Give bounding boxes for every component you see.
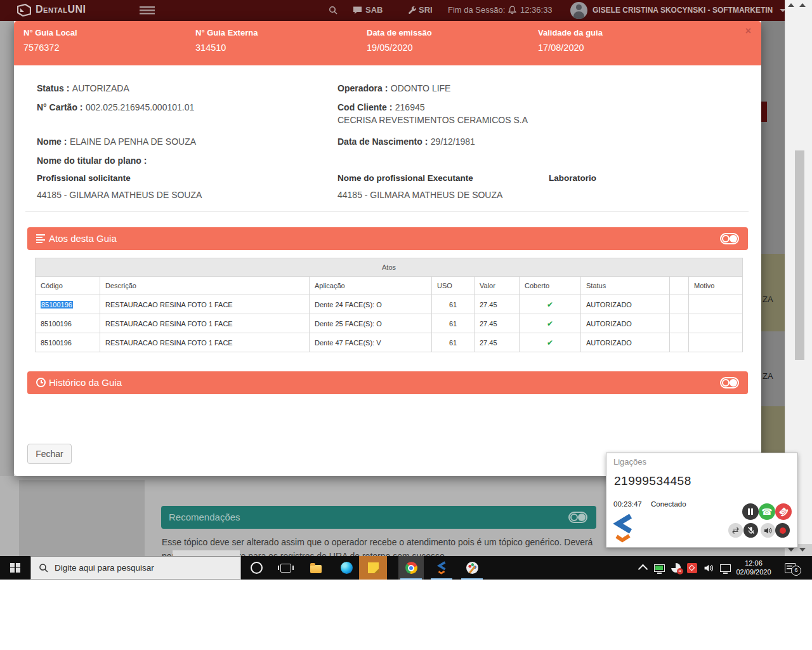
dimmed-olive-block-1: ZA bbox=[761, 254, 785, 331]
menu-sri[interactable]: SRI bbox=[419, 5, 433, 15]
atos-section-bar[interactable]: Atos desta Guia bbox=[27, 227, 748, 250]
nome-line: Nome : ELAINE DA PENHA DE SOUZA bbox=[37, 136, 196, 147]
record-icon bbox=[780, 527, 786, 534]
table-row[interactable]: 85100196 RESTAURACAO RESINA FOTO 1 FACE … bbox=[36, 295, 743, 314]
cod-cliente-line: Cod Cliente : 216945 bbox=[337, 102, 425, 113]
executante-value: 44185 - GILMARA MATHEUS DE SOUZA bbox=[337, 189, 502, 201]
chevron-up-icon bbox=[638, 564, 648, 574]
search-icon[interactable] bbox=[329, 6, 337, 15]
paint-button[interactable] bbox=[459, 556, 485, 580]
red-diamond-icon bbox=[687, 563, 697, 573]
task-view-icon bbox=[280, 564, 291, 573]
clock-date[interactable]: 02/09/2020 bbox=[731, 568, 776, 576]
pie-chart-icon: × bbox=[671, 563, 681, 573]
titular-label: Nome do titular do plano : bbox=[37, 156, 147, 166]
scroll-down-arrow-2[interactable] bbox=[799, 548, 806, 552]
close-icon[interactable]: × bbox=[745, 25, 751, 37]
mic-muted-icon bbox=[747, 526, 755, 534]
cartao-label: N° Cartão : bbox=[37, 102, 83, 112]
uso-cell: 61 bbox=[432, 314, 475, 333]
scroll-down-arrow-1[interactable] bbox=[788, 548, 794, 552]
codigo-cell[interactable]: 85100196 bbox=[36, 314, 100, 333]
solicitante-text: 44185 - GILMARA MATHEUS DE SOUZA bbox=[37, 190, 202, 200]
nascimento-value: 29/12/1981 bbox=[431, 136, 475, 147]
mute-mic-button[interactable] bbox=[743, 523, 758, 538]
col-blank bbox=[670, 277, 689, 295]
pause-icon bbox=[748, 508, 753, 515]
scroll-up-arrow-2[interactable] bbox=[799, 3, 806, 7]
coberto-check-icon: ✔ bbox=[520, 333, 581, 352]
recomendacoes-title: Recomendações bbox=[169, 512, 240, 522]
operadora-value: ODONTO LIFE bbox=[391, 83, 451, 93]
transfer-call-button[interactable] bbox=[728, 523, 743, 538]
guia-modal-header: N° Guia Local 7576372 N° Guia Externa 31… bbox=[14, 21, 761, 65]
group-header-atos: Atos bbox=[36, 258, 743, 277]
cortana-icon bbox=[251, 562, 263, 574]
file-explorer-button[interactable] bbox=[303, 556, 329, 580]
tray-app-button[interactable] bbox=[684, 556, 700, 580]
guia-detail-modal: N° Guia Local 7576372 N° Guia Externa 31… bbox=[14, 21, 761, 476]
cortana-button[interactable] bbox=[244, 556, 269, 580]
notification-count-badge: 6 bbox=[791, 566, 801, 576]
tray-pie-button[interactable]: × bbox=[667, 556, 684, 580]
bell-icon[interactable] bbox=[508, 5, 516, 15]
hold-call-button[interactable] bbox=[742, 503, 759, 520]
hamburger-menu-icon[interactable] bbox=[140, 6, 155, 15]
scroll-up-arrow-1[interactable] bbox=[788, 3, 794, 7]
codigo-selected[interactable]: 85100196 bbox=[41, 301, 73, 308]
user-avatar[interactable] bbox=[570, 2, 587, 19]
app-topbar: DentalUNI SAB SRI Fim da Sessão: 12:36:3… bbox=[0, 0, 785, 21]
wrench-icon bbox=[408, 6, 417, 15]
atos-section-title: Atos desta Guia bbox=[49, 233, 117, 244]
tray-expand-button[interactable] bbox=[634, 556, 651, 580]
atos-toggle-icon[interactable] bbox=[720, 233, 739, 244]
notification-center-button[interactable]: 6 bbox=[779, 556, 802, 580]
fechar-button[interactable]: Fechar bbox=[27, 444, 72, 464]
speaker-icon bbox=[704, 564, 714, 573]
scrollbar-thumb[interactable] bbox=[795, 150, 804, 360]
ligacoes-title: Ligações bbox=[613, 457, 646, 467]
recomendacoes-toggle-icon bbox=[568, 512, 587, 523]
col-coberto: Coberto bbox=[520, 277, 581, 295]
codigo-cell[interactable]: 85100196 bbox=[36, 333, 100, 352]
cutoff-text-za-1: ZA bbox=[763, 295, 773, 304]
search-input[interactable] bbox=[53, 562, 214, 573]
valor-cell: 27.45 bbox=[475, 314, 520, 333]
motivo-cell bbox=[689, 295, 743, 314]
sticky-notes-button[interactable] bbox=[359, 556, 387, 580]
chrome-icon bbox=[405, 562, 417, 574]
start-button[interactable] bbox=[0, 556, 30, 580]
tray-display-button[interactable] bbox=[651, 556, 667, 580]
aplicacao-cell: Dente 25 FACE(S): O bbox=[310, 314, 432, 333]
status-cell: AUTORIZADO bbox=[581, 333, 670, 352]
col-aplicacao: Aplicação bbox=[310, 277, 432, 295]
historico-toggle-icon[interactable] bbox=[720, 377, 739, 388]
recomendacoes-text-line1: Esse tópico deve ser alterado assim que … bbox=[162, 537, 593, 547]
answer-call-button[interactable]: ☎ bbox=[759, 503, 775, 520]
nome-value: ELAINE DA PENHA DE SOUZA bbox=[70, 136, 196, 147]
softphone-button[interactable] bbox=[429, 556, 454, 580]
aplicacao-cell: Dente 47 FACE(S): V bbox=[310, 333, 432, 352]
taskbar-search[interactable] bbox=[30, 556, 241, 580]
task-view-button[interactable] bbox=[273, 556, 298, 580]
cod-cliente-value: 216945 bbox=[395, 102, 425, 112]
motivo-cell bbox=[689, 333, 743, 352]
historico-section-bar[interactable]: Histórico da Guia bbox=[27, 371, 748, 394]
edge-button[interactable] bbox=[334, 556, 359, 580]
table-row[interactable]: 85100196 RESTAURACAO RESINA FOTO 1 FACE … bbox=[36, 314, 743, 333]
uso-cell: 61 bbox=[432, 295, 475, 314]
chrome-button[interactable] bbox=[398, 556, 424, 580]
clock-time[interactable]: 12:06 bbox=[735, 559, 773, 567]
solicitante-value: 44185 - GILMARA MATHEUS DE SOUZA bbox=[37, 189, 202, 201]
speaker-button[interactable] bbox=[761, 523, 775, 538]
col-uso: USO bbox=[432, 277, 475, 295]
executante-label: Nome do profissional Executante bbox=[337, 173, 473, 183]
user-menu[interactable]: GISELE CRISTINA SKOCYNSKI - SOFTMARKETIN bbox=[593, 6, 773, 15]
status-value: AUTORIZADA bbox=[72, 83, 129, 93]
open-app-underline bbox=[461, 578, 483, 580]
record-call-button[interactable] bbox=[775, 523, 790, 538]
tray-volume-button[interactable] bbox=[700, 556, 717, 580]
table-row[interactable]: 85100196 RESTAURACAO RESINA FOTO 1 FACE … bbox=[36, 333, 743, 352]
menu-sab[interactable]: SAB bbox=[365, 5, 383, 15]
hangup-call-button[interactable]: ☎ bbox=[775, 503, 792, 520]
